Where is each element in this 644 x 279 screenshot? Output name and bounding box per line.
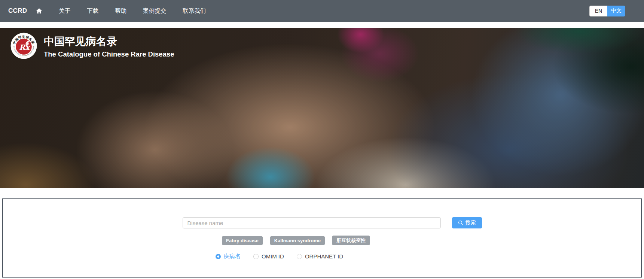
nav-item-about[interactable]: 关于 bbox=[59, 7, 70, 15]
nav-item-case-submit[interactable]: 案例提交 bbox=[143, 7, 166, 15]
radio-disease-name-label[interactable]: 疾病名 bbox=[224, 253, 241, 260]
ccrd-logo: 中国罕见病名录 THE CATALOGUE OF CHINESE RARE DI… bbox=[10, 33, 37, 59]
radio-selected-icon[interactable] bbox=[216, 254, 221, 259]
search-row: 搜索 bbox=[13, 217, 644, 228]
logo-monogram: Rx bbox=[19, 43, 30, 52]
search-button-label: 搜索 bbox=[466, 219, 476, 226]
tag-fabry-disease[interactable]: Fabry disease bbox=[222, 236, 263, 245]
suggestion-tags: Fabry disease Kallmann syndrome 肝豆状核变性 bbox=[0, 236, 615, 245]
radio-disease-name[interactable]: 疾病名 bbox=[216, 253, 241, 260]
language-toggle: EN 中文 bbox=[589, 6, 625, 16]
nav-item-download[interactable]: 下载 bbox=[87, 7, 98, 15]
search-type-radios: 疾病名 OMIM ID ORPHANET ID bbox=[0, 253, 599, 260]
tag-kallmann-syndrome[interactable]: Kallmann syndrome bbox=[270, 236, 325, 245]
nav-item-contact[interactable]: 联系我们 bbox=[183, 7, 206, 15]
radio-orphanet-id-label[interactable]: ORPHANET ID bbox=[305, 253, 343, 260]
home-icon[interactable] bbox=[36, 8, 42, 14]
tag-hepatolenticular[interactable]: 肝豆状核变性 bbox=[332, 236, 370, 245]
hero-banner: 中国罕见病名录 THE CATALOGUE OF CHINESE RARE DI… bbox=[0, 28, 644, 188]
nav-item-help[interactable]: 帮助 bbox=[115, 7, 126, 15]
search-icon bbox=[458, 220, 463, 225]
search-card: 搜索 Fabry disease Kallmann syndrome 肝豆状核变… bbox=[2, 198, 642, 278]
top-navbar: CCRD 关于 下载 帮助 案例提交 联系我们 EN 中文 bbox=[0, 0, 644, 22]
radio-unselected-icon[interactable] bbox=[253, 254, 259, 259]
brand-ccrd[interactable]: CCRD bbox=[8, 7, 27, 15]
hero-header: 中国罕见病名录 THE CATALOGUE OF CHINESE RARE DI… bbox=[10, 33, 174, 59]
radio-unselected-icon[interactable] bbox=[297, 254, 302, 259]
search-button[interactable]: 搜索 bbox=[452, 217, 482, 228]
radio-orphanet-id[interactable]: ORPHANET ID bbox=[297, 253, 343, 260]
lang-en-button[interactable]: EN bbox=[589, 6, 607, 16]
disease-search-input[interactable] bbox=[183, 217, 441, 228]
site-subtitle: The Catalogue of Chinese Rare Disease bbox=[44, 50, 174, 58]
site-title: 中国罕见病名录 bbox=[44, 35, 174, 48]
nav-menu: 关于 下载 帮助 案例提交 联系我们 bbox=[59, 7, 222, 15]
radio-omim-id[interactable]: OMIM ID bbox=[253, 253, 284, 260]
hero-titles: 中国罕见病名录 The Catalogue of Chinese Rare Di… bbox=[44, 33, 174, 59]
radio-omim-id-label[interactable]: OMIM ID bbox=[262, 253, 284, 260]
lang-zh-button[interactable]: 中文 bbox=[607, 6, 625, 16]
